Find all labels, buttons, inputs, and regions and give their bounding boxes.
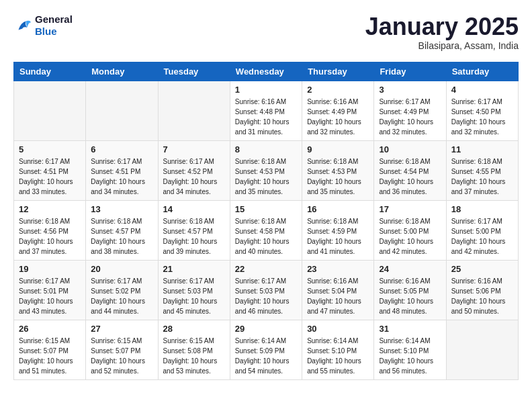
day-info: Sunrise: 6:18 AMSunset: 4:55 PMDaylight:… — [451, 156, 513, 197]
day-info: Sunrise: 6:17 AMSunset: 4:50 PMDaylight:… — [451, 97, 513, 137]
day-number: 8 — [235, 144, 297, 154]
calendar-week-row: 26Sunrise: 6:15 AMSunset: 5:07 PMDayligh… — [14, 320, 519, 379]
day-number: 16 — [307, 204, 369, 214]
weekday-header: Wednesday — [230, 62, 302, 81]
day-info: Sunrise: 6:18 AMSunset: 4:57 PMDaylight:… — [91, 216, 152, 257]
calendar-week-row: 1Sunrise: 6:16 AMSunset: 4:48 PMDaylight… — [14, 81, 519, 140]
day-number: 7 — [163, 144, 225, 154]
day-info: Sunrise: 6:14 AMSunset: 5:09 PMDaylight:… — [235, 336, 297, 376]
day-number: 10 — [379, 144, 441, 154]
calendar-cell: 31Sunrise: 6:14 AMSunset: 5:10 PMDayligh… — [374, 320, 446, 379]
calendar-header-row: SundayMondayTuesdayWednesdayThursdayFrid… — [14, 62, 519, 81]
calendar-cell: 3Sunrise: 6:17 AMSunset: 4:49 PMDaylight… — [374, 81, 446, 140]
calendar-cell: 17Sunrise: 6:18 AMSunset: 5:00 PMDayligh… — [374, 200, 446, 260]
weekday-header: Sunday — [14, 62, 86, 81]
day-number: 26 — [19, 324, 81, 334]
logo-text: General Blue — [35, 13, 73, 38]
day-number: 25 — [451, 264, 513, 274]
day-number: 21 — [163, 264, 225, 274]
day-number: 14 — [163, 204, 225, 214]
day-number: 15 — [235, 204, 297, 214]
day-number: 22 — [235, 264, 297, 274]
day-number: 31 — [379, 324, 441, 334]
day-info: Sunrise: 6:14 AMSunset: 5:10 PMDaylight:… — [307, 336, 369, 376]
day-info: Sunrise: 6:16 AMSunset: 4:49 PMDaylight:… — [307, 97, 369, 137]
day-info: Sunrise: 6:17 AMSunset: 5:02 PMDaylight:… — [91, 276, 152, 316]
weekday-header: Tuesday — [158, 62, 230, 81]
calendar-cell: 16Sunrise: 6:18 AMSunset: 4:59 PMDayligh… — [302, 200, 374, 260]
weekday-header: Saturday — [446, 62, 518, 81]
calendar-cell: 1Sunrise: 6:16 AMSunset: 4:48 PMDaylight… — [230, 81, 302, 140]
calendar-cell: 2Sunrise: 6:16 AMSunset: 4:49 PMDaylight… — [302, 81, 374, 140]
weekday-header: Monday — [86, 62, 158, 81]
calendar-cell: 11Sunrise: 6:18 AMSunset: 4:55 PMDayligh… — [446, 140, 518, 200]
day-info: Sunrise: 6:16 AMSunset: 5:06 PMDaylight:… — [451, 276, 513, 316]
day-number: 4 — [451, 85, 513, 95]
day-number: 19 — [19, 264, 81, 274]
calendar-cell: 13Sunrise: 6:18 AMSunset: 4:57 PMDayligh… — [86, 200, 158, 260]
day-info: Sunrise: 6:17 AMSunset: 5:00 PMDaylight:… — [451, 216, 513, 257]
page-header: General Blue January 2025 Bilasipara, As… — [13, 13, 519, 51]
calendar-cell: 25Sunrise: 6:16 AMSunset: 5:06 PMDayligh… — [446, 260, 518, 320]
calendar-cell: 10Sunrise: 6:18 AMSunset: 4:54 PMDayligh… — [374, 140, 446, 200]
day-info: Sunrise: 6:18 AMSunset: 4:57 PMDaylight:… — [163, 216, 225, 257]
day-info: Sunrise: 6:18 AMSunset: 4:53 PMDaylight:… — [235, 156, 297, 197]
calendar-cell: 8Sunrise: 6:18 AMSunset: 4:53 PMDaylight… — [230, 140, 302, 200]
weekday-header: Friday — [374, 62, 446, 81]
day-number: 20 — [91, 264, 152, 274]
calendar-cell: 14Sunrise: 6:18 AMSunset: 4:57 PMDayligh… — [158, 200, 230, 260]
day-info: Sunrise: 6:15 AMSunset: 5:07 PMDaylight:… — [19, 336, 81, 376]
day-info: Sunrise: 6:17 AMSunset: 4:51 PMDaylight:… — [91, 156, 152, 197]
day-number: 11 — [451, 144, 513, 154]
calendar-cell: 27Sunrise: 6:15 AMSunset: 5:07 PMDayligh… — [86, 320, 158, 379]
day-info: Sunrise: 6:18 AMSunset: 4:59 PMDaylight:… — [307, 216, 369, 257]
calendar-cell: 29Sunrise: 6:14 AMSunset: 5:09 PMDayligh… — [230, 320, 302, 379]
title-section: January 2025 Bilasipara, Assam, India — [365, 13, 519, 51]
day-info: Sunrise: 6:15 AMSunset: 5:08 PMDaylight:… — [163, 336, 225, 376]
calendar-cell: 30Sunrise: 6:14 AMSunset: 5:10 PMDayligh… — [302, 320, 374, 379]
day-number: 3 — [379, 85, 441, 95]
day-number: 28 — [163, 324, 225, 334]
logo-icon — [13, 16, 32, 35]
day-info: Sunrise: 6:18 AMSunset: 4:53 PMDaylight:… — [307, 156, 369, 197]
calendar-cell: 9Sunrise: 6:18 AMSunset: 4:53 PMDaylight… — [302, 140, 374, 200]
day-number: 24 — [379, 264, 441, 274]
day-number: 29 — [235, 324, 297, 334]
day-info: Sunrise: 6:17 AMSunset: 4:51 PMDaylight:… — [19, 156, 81, 197]
day-number: 18 — [451, 204, 513, 214]
day-info: Sunrise: 6:18 AMSunset: 5:00 PMDaylight:… — [379, 216, 441, 257]
day-info: Sunrise: 6:17 AMSunset: 4:49 PMDaylight:… — [379, 97, 441, 137]
calendar-week-row: 19Sunrise: 6:17 AMSunset: 5:01 PMDayligh… — [14, 260, 519, 320]
calendar-cell: 26Sunrise: 6:15 AMSunset: 5:07 PMDayligh… — [14, 320, 86, 379]
calendar-cell — [14, 81, 86, 140]
logo: General Blue — [13, 13, 73, 38]
location-text: Bilasipara, Assam, India — [365, 40, 519, 51]
calendar-table: SundayMondayTuesdayWednesdayThursdayFrid… — [13, 62, 519, 380]
day-number: 27 — [91, 324, 152, 334]
weekday-header: Thursday — [302, 62, 374, 81]
day-number: 12 — [19, 204, 81, 214]
calendar-week-row: 12Sunrise: 6:18 AMSunset: 4:56 PMDayligh… — [14, 200, 519, 260]
day-info: Sunrise: 6:18 AMSunset: 4:58 PMDaylight:… — [235, 216, 297, 257]
day-number: 23 — [307, 264, 369, 274]
day-info: Sunrise: 6:17 AMSunset: 5:03 PMDaylight:… — [163, 276, 225, 316]
calendar-cell: 4Sunrise: 6:17 AMSunset: 4:50 PMDaylight… — [446, 81, 518, 140]
calendar-cell: 12Sunrise: 6:18 AMSunset: 4:56 PMDayligh… — [14, 200, 86, 260]
day-info: Sunrise: 6:15 AMSunset: 5:07 PMDaylight:… — [91, 336, 152, 376]
calendar-week-row: 5Sunrise: 6:17 AMSunset: 4:51 PMDaylight… — [14, 140, 519, 200]
calendar-cell: 7Sunrise: 6:17 AMSunset: 4:52 PMDaylight… — [158, 140, 230, 200]
calendar-cell: 15Sunrise: 6:18 AMSunset: 4:58 PMDayligh… — [230, 200, 302, 260]
day-info: Sunrise: 6:14 AMSunset: 5:10 PMDaylight:… — [379, 336, 441, 376]
day-number: 1 — [235, 85, 297, 95]
day-number: 2 — [307, 85, 369, 95]
calendar-cell — [86, 81, 158, 140]
day-info: Sunrise: 6:16 AMSunset: 5:04 PMDaylight:… — [307, 276, 369, 316]
day-info: Sunrise: 6:18 AMSunset: 4:54 PMDaylight:… — [379, 156, 441, 197]
calendar-cell: 24Sunrise: 6:16 AMSunset: 5:05 PMDayligh… — [374, 260, 446, 320]
month-title: January 2025 — [365, 13, 519, 40]
day-number: 6 — [91, 144, 152, 154]
day-number: 9 — [307, 144, 369, 154]
calendar-cell — [158, 81, 230, 140]
calendar-cell: 20Sunrise: 6:17 AMSunset: 5:02 PMDayligh… — [86, 260, 158, 320]
calendar-cell: 6Sunrise: 6:17 AMSunset: 4:51 PMDaylight… — [86, 140, 158, 200]
